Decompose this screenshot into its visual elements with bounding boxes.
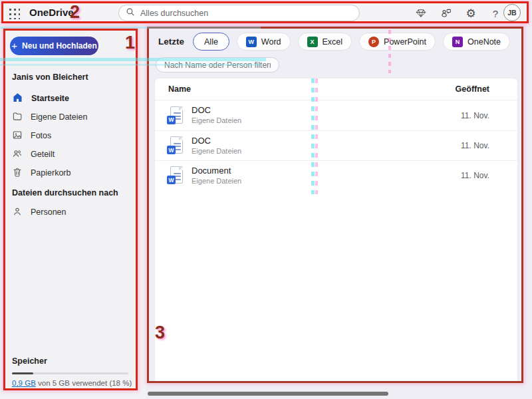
file-opened-date: 11. Nov.	[461, 171, 489, 180]
word-file-icon: W	[167, 106, 184, 126]
settings-gear-icon[interactable]: ⚙	[464, 6, 478, 21]
sidebar-item-label: Personen	[31, 207, 66, 217]
file-meta: DOC Eigene Dateien	[192, 136, 241, 156]
filter-pill-onenote[interactable]: N OneNote	[443, 33, 510, 51]
file-opened-date: 11. Nov.	[461, 111, 489, 120]
word-file-icon: W	[167, 136, 184, 156]
table-row[interactable]: W Document Eigene Dateien 11. Nov.	[155, 160, 517, 190]
table-row[interactable]: W DOC Eigene Dateien 11. Nov.	[155, 130, 517, 160]
new-upload-button[interactable]: + Neu und Hochladen	[10, 37, 98, 55]
account-avatar[interactable]: JB	[503, 4, 521, 21]
column-header-name: Name	[168, 84, 456, 94]
table-row[interactable]: W DOC Eigene Dateien 11. Nov.	[155, 100, 517, 130]
sidebar-item-eigene-dateien[interactable]: Eigene Dateien	[0, 108, 146, 126]
powerpoint-icon: P	[368, 37, 379, 47]
new-upload-button-label: Neu und Hochladen	[22, 41, 97, 51]
file-title: Document	[192, 166, 241, 176]
app-launcher-icon[interactable]	[7, 7, 20, 19]
sidebar-item-papierkorb[interactable]: Papierkorb	[0, 164, 146, 182]
storage-progress-bar	[12, 372, 128, 374]
storage-progress-fill	[12, 372, 33, 374]
top-app-bar: OneDrive ⚙ ? JB	[0, 0, 532, 25]
recent-filter-row: Letzte Alle W Word X Excel P PowerPoint …	[158, 33, 510, 51]
search-icon	[126, 7, 135, 19]
trash-icon	[12, 167, 23, 180]
file-location: Eigene Dateien	[192, 146, 241, 156]
onenote-icon: N	[452, 37, 463, 47]
file-meta: DOC Eigene Dateien	[192, 105, 241, 126]
premium-diamond-icon[interactable]	[414, 6, 428, 21]
sidebar-item-label: Geteilt	[31, 150, 55, 159]
file-location: Eigene Dateien	[192, 116, 241, 125]
storage-used-link[interactable]: 0,9 GB	[12, 379, 36, 387]
sidebar-item-label: Fotos	[31, 131, 51, 140]
help-icon[interactable]: ?	[488, 6, 503, 21]
name-person-filter-input[interactable]	[156, 57, 279, 72]
sidebar-nav: Startseite Eigene Dateien Fotos Geteilt …	[0, 89, 146, 182]
person-icon	[12, 206, 23, 219]
sidebar-item-fotos[interactable]: Fotos	[0, 126, 146, 145]
file-opened-date: 11. Nov.	[461, 141, 489, 150]
sidebar-item-label: Eigene Dateien	[31, 112, 87, 122]
file-meta: Document Eigene Dateien	[192, 166, 241, 186]
sidebar-item-geteilt[interactable]: Geteilt	[0, 145, 146, 164]
recent-files-card: Name Geöffnet W DOC Eigene Dateien 11. N…	[154, 78, 518, 384]
table-header: Name Geöffnet	[155, 78, 517, 100]
filter-pill-alle[interactable]: Alle	[193, 33, 229, 51]
filter-pill-word[interactable]: W Word	[237, 33, 291, 51]
search-input[interactable]	[140, 9, 352, 18]
storage-title: Speicher	[12, 356, 47, 366]
word-file-icon: W	[167, 166, 184, 186]
horizontal-scrollbar-thumb[interactable]	[148, 392, 388, 396]
people-icon	[12, 148, 23, 161]
photo-icon	[12, 130, 23, 142]
file-title: DOC	[192, 105, 241, 116]
browse-list: Personen	[0, 203, 146, 221]
column-header-opened: Geöffnet	[456, 84, 489, 94]
sidebar-item-personen[interactable]: Personen	[0, 203, 146, 221]
word-icon: W	[246, 37, 257, 47]
sidebar-item-startseite[interactable]: Startseite	[0, 89, 146, 108]
user-name: Janis von Bleichert	[12, 72, 88, 82]
folder-icon	[12, 111, 23, 124]
sidebar: + Neu und Hochladen Janis von Bleichert …	[0, 25, 146, 399]
filter-pill-powerpoint[interactable]: P PowerPoint	[359, 33, 436, 51]
sidebar-item-label: Papierkorb	[31, 168, 70, 178]
plus-icon: +	[11, 40, 17, 51]
browse-section-title: Dateien durchsuchen nach	[12, 188, 118, 198]
storage-usage-text: 0,9 GB von 5 GB verwendet (18 %)	[12, 379, 132, 387]
file-title: DOC	[192, 136, 241, 146]
feedback-icon[interactable]	[439, 6, 454, 21]
sidebar-item-label: Startseite	[31, 94, 69, 103]
main-content: Letzte Alle W Word X Excel P PowerPoint …	[146, 25, 532, 399]
app-title: OneDrive	[29, 0, 74, 25]
global-search-box[interactable]	[118, 5, 360, 21]
excel-icon: X	[307, 37, 318, 47]
home-icon	[12, 92, 23, 105]
filter-pill-excel[interactable]: X Excel	[298, 33, 352, 51]
file-location: Eigene Dateien	[192, 176, 241, 186]
section-label: Letzte	[158, 37, 184, 47]
